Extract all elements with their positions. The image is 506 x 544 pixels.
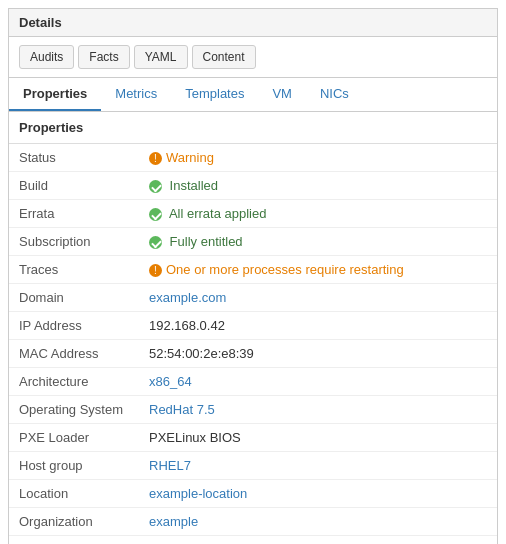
prop-link[interactable]: example.com xyxy=(149,290,226,305)
details-panel: Details AuditsFactsYAMLContent Propertie… xyxy=(8,8,498,544)
prop-value: Fully entitled xyxy=(139,228,497,256)
prop-value: Installed xyxy=(139,172,497,200)
prop-label: MAC Address xyxy=(9,340,139,368)
table-row: Build Installed xyxy=(9,172,497,200)
ok-icon xyxy=(149,180,162,193)
status-text: One or more processes require restarting xyxy=(166,262,404,277)
table-row: PXE LoaderPXELinux BIOS xyxy=(9,424,497,452)
prop-value: 52:54:00:2e:e8:39 xyxy=(139,340,497,368)
tab-bar-buttons: AuditsFactsYAMLContent xyxy=(9,37,497,78)
prop-value: 192.168.0.42 xyxy=(139,312,497,340)
prop-value: PXELinux BIOS xyxy=(139,424,497,452)
status-badge: Fully entitled xyxy=(149,234,243,249)
status-text: Installed xyxy=(166,178,218,193)
prop-value[interactable]: example.com xyxy=(139,284,497,312)
table-row: Subscription Fully entitled xyxy=(9,228,497,256)
prop-value: !One or more processes require restartin… xyxy=(139,256,497,284)
button-facts[interactable]: Facts xyxy=(78,45,129,69)
details-header: Details xyxy=(9,9,497,37)
prop-label: Organization xyxy=(9,508,139,536)
ok-icon xyxy=(149,208,162,221)
prop-link[interactable]: RHEL7 xyxy=(149,458,191,473)
prop-value[interactable]: example-location xyxy=(139,480,497,508)
table-row: Status!Warning xyxy=(9,144,497,172)
prop-label: Owner xyxy=(9,536,139,544)
nav-tab-metrics[interactable]: Metrics xyxy=(101,78,171,111)
prop-label: Architecture xyxy=(9,368,139,396)
button-audits[interactable]: Audits xyxy=(19,45,74,69)
prop-label: Traces xyxy=(9,256,139,284)
table-row: Host groupRHEL7 xyxy=(9,452,497,480)
prop-value[interactable]: Admin User xyxy=(139,536,497,544)
prop-label: Location xyxy=(9,480,139,508)
prop-label: Errata xyxy=(9,200,139,228)
table-row: Locationexample-location xyxy=(9,480,497,508)
prop-label: Domain xyxy=(9,284,139,312)
status-badge: All errata applied xyxy=(149,206,266,221)
prop-label: Host group xyxy=(9,452,139,480)
properties-table: Status!WarningBuild InstalledErrata All … xyxy=(9,144,497,544)
table-row: OwnerAdmin User xyxy=(9,536,497,544)
nav-tab-nics[interactable]: NICs xyxy=(306,78,363,111)
status-text: Fully entitled xyxy=(166,234,243,249)
nav-tab-vm[interactable]: VM xyxy=(258,78,306,111)
prop-value[interactable]: x86_64 xyxy=(139,368,497,396)
status-text: All errata applied xyxy=(166,206,266,221)
status-badge: !Warning xyxy=(149,150,214,165)
nav-tab-templates[interactable]: Templates xyxy=(171,78,258,111)
warning-icon: ! xyxy=(149,264,162,277)
button-content[interactable]: Content xyxy=(192,45,256,69)
prop-link[interactable]: example-location xyxy=(149,486,247,501)
warning-icon: ! xyxy=(149,152,162,165)
prop-link[interactable]: RedHat 7.5 xyxy=(149,402,215,417)
table-row: Traces!One or more processes require res… xyxy=(9,256,497,284)
prop-value: !Warning xyxy=(139,144,497,172)
prop-label: Status xyxy=(9,144,139,172)
prop-value[interactable]: RedHat 7.5 xyxy=(139,396,497,424)
properties-section: Properties Status!WarningBuild Installed… xyxy=(9,112,497,544)
prop-label: Operating System xyxy=(9,396,139,424)
table-row: Architecturex86_64 xyxy=(9,368,497,396)
properties-section-header: Properties xyxy=(9,112,497,144)
table-row: Domainexample.com xyxy=(9,284,497,312)
nav-tab-properties[interactable]: Properties xyxy=(9,78,101,111)
status-badge: !One or more processes require restartin… xyxy=(149,262,404,277)
prop-label: PXE Loader xyxy=(9,424,139,452)
status-badge: Installed xyxy=(149,178,218,193)
prop-link[interactable]: x86_64 xyxy=(149,374,192,389)
table-row: Operating SystemRedHat 7.5 xyxy=(9,396,497,424)
prop-value: All errata applied xyxy=(139,200,497,228)
prop-label: IP Address xyxy=(9,312,139,340)
prop-label: Build xyxy=(9,172,139,200)
table-row: Errata All errata applied xyxy=(9,200,497,228)
ok-icon xyxy=(149,236,162,249)
table-row: Organizationexample xyxy=(9,508,497,536)
table-row: IP Address192.168.0.42 xyxy=(9,312,497,340)
status-text: Warning xyxy=(166,150,214,165)
prop-value[interactable]: example xyxy=(139,508,497,536)
table-row: MAC Address52:54:00:2e:e8:39 xyxy=(9,340,497,368)
button-yaml[interactable]: YAML xyxy=(134,45,188,69)
prop-link[interactable]: example xyxy=(149,514,198,529)
tab-bar-nav: PropertiesMetricsTemplatesVMNICs xyxy=(9,78,497,112)
prop-label: Subscription xyxy=(9,228,139,256)
prop-value[interactable]: RHEL7 xyxy=(139,452,497,480)
